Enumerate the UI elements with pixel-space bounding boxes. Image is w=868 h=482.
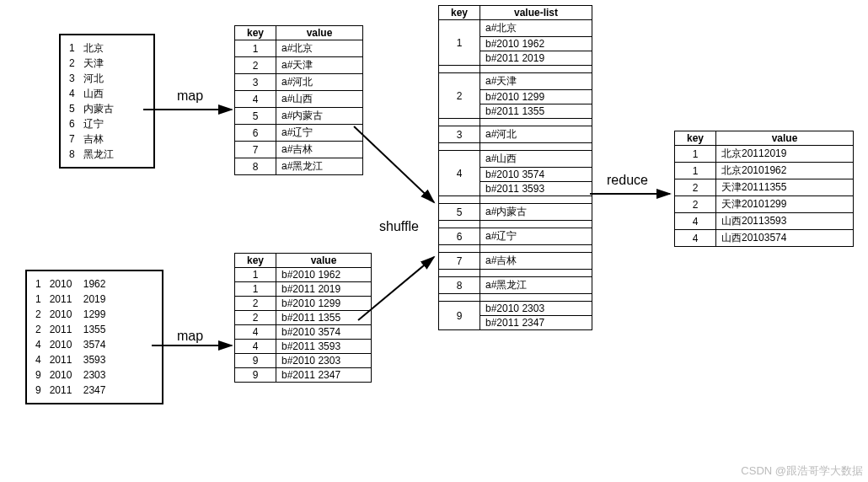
input-b-row: 9 2010 2303 [35, 367, 153, 383]
label-shuffle: shuffle [379, 219, 419, 234]
map-b-row: 1b#2010 1962 [235, 268, 372, 282]
shuffle-row: 3a#河北 [439, 126, 592, 143]
input-a-row: 4 山西 [69, 86, 145, 101]
shuffle-row: 9b#2010 2303 [439, 302, 592, 316]
map-a-row: 8a#黑龙江 [235, 158, 363, 175]
input-a-row: 5 内蒙古 [69, 101, 145, 116]
label-map2: map [177, 329, 203, 344]
input-a-box: 1 北京2 天津3 河北4 山西5 内蒙古6 辽宁7 吉林8 黑龙江 [59, 34, 155, 169]
input-b-row: 2 2010 1299 [35, 307, 153, 322]
shuffle-row: 2a#天津 [439, 73, 592, 90]
header-key: key [235, 26, 276, 40]
input-b-row: 2 2011 1355 [35, 322, 153, 337]
shuffle-row: 5a#内蒙古 [439, 204, 592, 221]
shuffle-row: 6a#辽宁 [439, 228, 592, 245]
map-a-row: 1a#北京 [235, 40, 363, 57]
header-value: value [276, 254, 372, 268]
header-valuelist: value-list [480, 6, 592, 20]
input-a-row: 2 天津 [69, 56, 145, 71]
label-reduce: reduce [607, 173, 648, 188]
input-b-row: 1 2010 1962 [35, 276, 153, 292]
input-a-row: 7 吉林 [69, 131, 145, 147]
watermark: CSDN @跟浩哥学大数据 [741, 463, 863, 479]
reduce-row: 2天津20101299 [675, 196, 854, 213]
map-a-table: keyvalue 1a#北京2a#天津3a#河北4a#山西5a#内蒙古6a#辽宁… [234, 25, 363, 175]
input-b-box: 1 2010 19621 2011 20192 2010 12992 2011 … [25, 270, 163, 404]
reduce-row: 1北京20112019 [675, 146, 854, 163]
header-key: key [235, 254, 276, 268]
map-b-row: 9b#2011 2347 [235, 368, 372, 383]
shuffle-row: 8a#黑龙江 [439, 277, 592, 294]
map-b-table: keyvalue 1b#2010 19621b#2011 20192b#2010… [234, 253, 372, 383]
reduce-row: 2天津20111355 [675, 179, 854, 196]
reduce-row: 4山西20103574 [675, 230, 854, 247]
map-a-row: 5a#内蒙古 [235, 108, 363, 125]
reduce-table: keyvalue 1北京201120191北京201019622天津201113… [674, 131, 854, 247]
map-a-row: 6a#辽宁 [235, 125, 363, 142]
shuffle-table: keyvalue-list 1a#北京b#2010 1962b#2011 201… [438, 5, 592, 330]
label-map1: map [177, 88, 203, 104]
map-b-row: 2b#2011 1355 [235, 311, 372, 325]
svg-line-2 [354, 126, 434, 202]
header-value: value [276, 26, 363, 40]
input-b-row: 4 2010 3574 [35, 337, 153, 352]
map-b-row: 9b#2010 2303 [235, 354, 372, 368]
map-b-row: 4b#2010 3574 [235, 325, 372, 340]
input-b-row: 4 2011 3593 [35, 352, 153, 367]
map-a-row: 7a#吉林 [235, 142, 363, 158]
header-key: key [675, 131, 716, 146]
shuffle-row: 7a#吉林 [439, 253, 592, 270]
map-b-row: 4b#2011 3593 [235, 340, 372, 354]
reduce-row: 1北京20101962 [675, 163, 854, 179]
input-a-row: 3 河北 [69, 71, 145, 86]
map-a-row: 3a#河北 [235, 74, 363, 91]
shuffle-row: 4a#山西 [439, 151, 592, 168]
map-a-row: 4a#山西 [235, 91, 363, 108]
map-b-row: 2b#2010 1299 [235, 297, 372, 311]
map-a-row: 2a#天津 [235, 57, 363, 74]
input-a-row: 8 黑龙江 [69, 147, 145, 162]
header-key: key [439, 6, 480, 20]
input-a-row: 6 辽宁 [69, 116, 145, 131]
map-b-row: 1b#2011 2019 [235, 282, 372, 297]
reduce-row: 4山西20113593 [675, 213, 854, 230]
input-b-row: 9 2011 2347 [35, 383, 153, 398]
shuffle-row: 1a#北京 [439, 20, 592, 37]
input-b-row: 1 2011 2019 [35, 292, 153, 307]
header-value: value [716, 131, 854, 146]
input-a-row: 1 北京 [69, 40, 145, 56]
